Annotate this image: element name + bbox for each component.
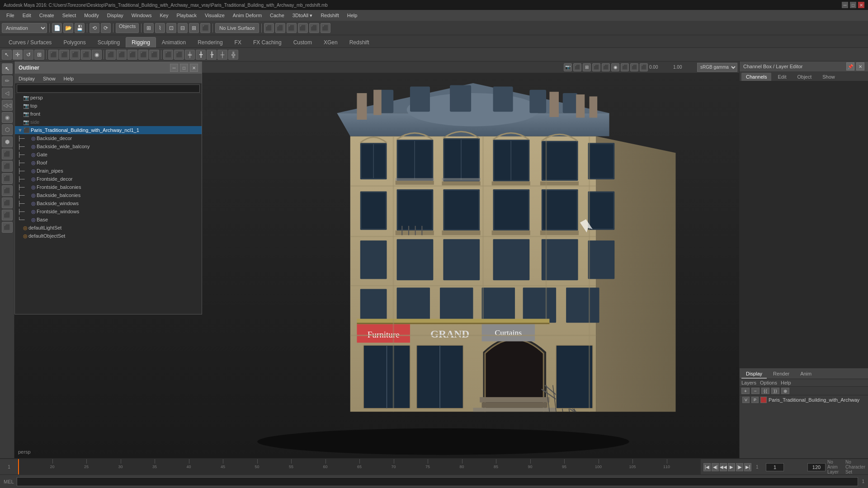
menu-select[interactable]: Select (59, 12, 80, 19)
object-mode-icon[interactable]: ◉ (92, 50, 102, 60)
cbb-tab-render[interactable]: Render (769, 370, 794, 379)
tab-xgen[interactable]: XGen (318, 37, 344, 47)
new-scene-icon[interactable]: 📄 (52, 23, 62, 33)
outliner-item-drain-pipes[interactable]: ├─ ◎ Drain_pipes (15, 167, 202, 175)
menu-redshift[interactable]: Redshift (317, 12, 342, 19)
play-forward-button[interactable]: ▶ (728, 463, 735, 471)
fx2-icon[interactable]: ⬛ (2, 197, 13, 208)
keys-icon[interactable]: ╋ (196, 50, 206, 60)
vp-light-icon[interactable]: ⬛ (592, 63, 600, 71)
mode-select[interactable]: Animation Modeling Rigging (2, 23, 47, 33)
tab-animation[interactable]: Animation (156, 37, 192, 47)
objects-label[interactable]: Objects (116, 23, 139, 33)
curves-icon[interactable]: ╊ (207, 50, 217, 60)
muscle-icon[interactable]: ⬛ (117, 50, 127, 60)
redo-icon[interactable]: ⟳ (101, 23, 111, 33)
menu-anim-deform[interactable]: Anim Deform (229, 12, 265, 19)
outliner-item-backside-balcony[interactable]: ├─ ◎ Backside_wide_balcony (15, 142, 202, 150)
outliner-item-default-light-set[interactable]: ◎ defaultLightSet (15, 224, 202, 232)
move-tool-icon[interactable]: ✛ (13, 50, 23, 60)
brush-icon[interactable]: ◁ (2, 88, 13, 99)
cbb-rewind-button[interactable]: ⟨⟨ (761, 388, 769, 394)
menu-visualize[interactable]: Visualize (201, 12, 228, 19)
cbb-add-selected-button[interactable]: ⊕ (781, 388, 789, 394)
range-end-input[interactable] (807, 463, 826, 471)
fluid-icon[interactable]: ⬛ (2, 149, 13, 160)
menu-cache[interactable]: Cache (266, 12, 288, 19)
menu-modify[interactable]: Modify (80, 12, 102, 19)
step-forward-button[interactable]: |▶ (736, 463, 743, 471)
step-back-button[interactable]: ◀| (712, 463, 719, 471)
tab-sculpting[interactable]: Sculpting (92, 37, 126, 47)
proportional-icon[interactable]: ⬛ (59, 50, 69, 60)
vp-hdr-icon[interactable]: ⬛ (630, 63, 638, 71)
snap-to-view-icon[interactable]: ⊞ (189, 23, 199, 33)
menu-file[interactable]: File (3, 12, 18, 19)
cb-tab-show[interactable]: Show (818, 73, 840, 81)
skin-icon[interactable]: ⬛ (149, 50, 159, 60)
menu-key[interactable]: Key (156, 12, 172, 19)
outliner-item-side[interactable]: 📷 side (15, 118, 202, 126)
vp-shadow-icon[interactable]: ⬛ (602, 63, 610, 71)
mel-input[interactable] (17, 477, 859, 486)
cbb-sub-help[interactable]: Help (781, 380, 791, 385)
animate-icon[interactable]: ╪ (185, 50, 195, 60)
menu-create[interactable]: Create (36, 12, 58, 19)
outliner-item-frontside-balconies[interactable]: ├─ ◎ Frontside_balconies (15, 183, 202, 191)
cb-tab-edit[interactable]: Edit (773, 73, 791, 81)
component-mode-icon[interactable]: ⬛ (81, 50, 91, 60)
outliner-search-input[interactable] (17, 84, 200, 93)
soft-select-icon[interactable]: ⬛ (48, 50, 58, 60)
outliner-item-default-object-set[interactable]: ◎ defaultObjectSet (15, 232, 202, 240)
tab-fx[interactable]: FX (229, 37, 247, 47)
channel-box-pin-button[interactable]: 📌 (846, 62, 854, 70)
vp-grid-icon[interactable]: ⊞ (583, 63, 591, 71)
rotate-tool-icon[interactable]: ↺ (24, 50, 33, 60)
outliner-title-bar[interactable]: Outliner ─ □ ✕ (15, 62, 202, 74)
play-back-button[interactable]: ◀◀ (720, 463, 727, 471)
cross-icon[interactable]: ╬ (228, 50, 238, 60)
menu-help[interactable]: Help (344, 12, 361, 19)
vp-ambient-icon[interactable]: ◉ (611, 63, 619, 71)
menu-edit[interactable]: Edit (19, 12, 35, 19)
select-tool-icon[interactable]: ↖ (2, 50, 12, 60)
cloth-icon[interactable]: ◉ (2, 112, 13, 123)
save-scene-icon[interactable]: 💾 (75, 23, 85, 33)
outliner-close-button[interactable]: ✕ (190, 64, 198, 72)
menu-windows[interactable]: Windows (128, 12, 156, 19)
render-view-icon[interactable]: ⬛ (309, 23, 319, 33)
outliner-item-persp[interactable]: 📷 persp (15, 94, 202, 102)
fk-icon[interactable]: ⬛ (174, 50, 184, 60)
outliner-item-frontside-windows[interactable]: ├─ ◎ Frontside_windows (15, 207, 202, 216)
outliner-minimize-button[interactable]: ─ (170, 64, 178, 72)
outliner-item-frontside-decor[interactable]: ├─ ◎ Frontside_decor (15, 175, 202, 183)
live-surface-label[interactable]: No Live Surface (215, 23, 259, 33)
plus-icon[interactable]: ┼ (217, 50, 227, 60)
hypershade-icon[interactable]: ⬛ (298, 23, 308, 33)
redshift-icon[interactable]: ⬛ (321, 23, 330, 33)
snap-to-point-icon[interactable]: ⊡ (166, 23, 176, 33)
outliner-item-backside-windows[interactable]: ├─ ◎ Backside_windows (15, 199, 202, 207)
maximize-button[interactable]: □ (850, 2, 856, 8)
menu-display[interactable]: Display (104, 12, 127, 19)
snap-to-curve-icon[interactable]: ⌇ (155, 23, 165, 33)
custom2-icon[interactable]: ⬛ (2, 222, 13, 233)
tab-polygons[interactable]: Polygons (57, 37, 91, 47)
outliner-item-base[interactable]: └─ ◎ Base (15, 216, 202, 224)
cb-tab-channels[interactable]: Channels (741, 73, 771, 81)
select-icon[interactable]: ↖ (2, 63, 13, 74)
cbb-new-layer-button[interactable]: + (741, 388, 750, 394)
menu-playback[interactable]: Playback (173, 12, 200, 19)
skeleton-icon[interactable]: ⬛ (106, 50, 116, 60)
camera-icon[interactable]: ⬛ (2, 161, 13, 172)
current-frame-input[interactable] (766, 463, 784, 471)
undo-icon[interactable]: ⟲ (90, 23, 99, 33)
timeline-content[interactable]: 20 25 30 35 40 45 50 55 60 65 (18, 459, 701, 475)
outliner-menu-help[interactable]: Help (62, 76, 76, 81)
goto-start-button[interactable]: |◀ (703, 463, 711, 471)
outliner-item-top[interactable]: 📷 top (15, 102, 202, 110)
tab-curves-surfaces[interactable]: Curves / Surfaces (3, 37, 57, 47)
outliner-maximize-button[interactable]: □ (180, 64, 188, 72)
menu-3dtoall[interactable]: 3DtoAll ▾ (289, 12, 316, 19)
outliner-item-roof[interactable]: ├─ ◎ Roof (15, 159, 202, 167)
